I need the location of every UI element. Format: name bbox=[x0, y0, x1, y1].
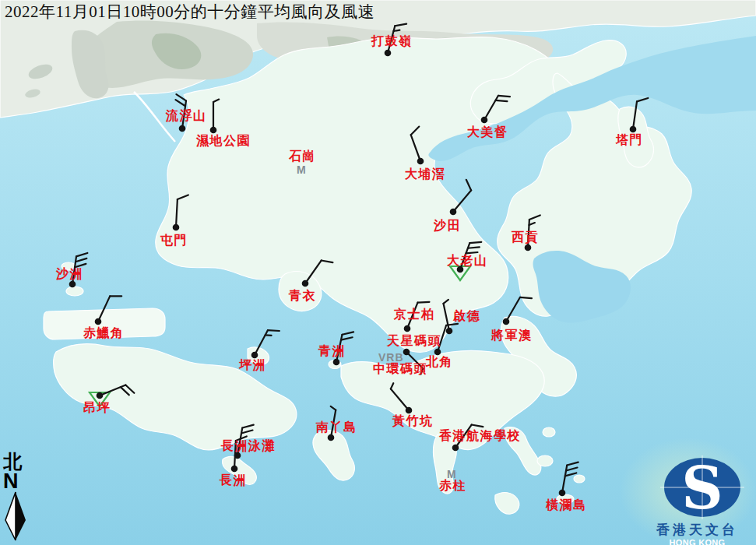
station-dot bbox=[559, 490, 566, 497]
station-label: 沙洲 bbox=[56, 268, 83, 280]
barb-feather bbox=[469, 242, 481, 243]
barb-feather bbox=[394, 30, 400, 31]
hko-logo-name-en: HONG KONG OBSERVATORY bbox=[638, 538, 756, 545]
station-label: 京士柏 bbox=[394, 308, 435, 321]
station-dot bbox=[333, 359, 340, 366]
station-label: 沙田 bbox=[434, 220, 461, 232]
station-label: 流浮山 bbox=[166, 110, 207, 122]
station-dot bbox=[406, 407, 413, 414]
barb-feather bbox=[468, 247, 480, 248]
station-dot bbox=[385, 50, 392, 57]
station-dot bbox=[446, 328, 453, 335]
station-dot bbox=[97, 392, 104, 399]
station-label: 昂坪 bbox=[83, 402, 111, 414]
station-label: 大老山 bbox=[447, 255, 488, 267]
station-dot bbox=[452, 445, 459, 452]
station-dot bbox=[630, 126, 637, 133]
barb-feather bbox=[520, 297, 532, 298]
station-label: 打鼓嶺 bbox=[371, 35, 413, 47]
station-dot bbox=[69, 281, 76, 288]
station-label: 赤柱 bbox=[439, 480, 466, 492]
wind-map: 2022年11月01日10時00分的十分鐘平均風向及風速 打鼓嶺流浮山濕地公園石… bbox=[0, 0, 756, 545]
station-dot bbox=[173, 224, 180, 231]
station-label: 黃竹坑 bbox=[392, 415, 434, 427]
islet bbox=[537, 455, 553, 466]
station-label: 石崗 bbox=[289, 150, 316, 163]
hko-logo-name-zh: 香港天文台 bbox=[638, 522, 756, 538]
compass: 北 N bbox=[3, 452, 30, 544]
station-label: 中環碼頭 bbox=[373, 363, 427, 375]
station-label: 長洲 bbox=[220, 474, 247, 487]
variable-wind-marker: VRB bbox=[378, 352, 404, 363]
station-label: 橫瀾島 bbox=[546, 499, 587, 512]
hko-logo-icon: S bbox=[638, 451, 756, 519]
station-dot bbox=[231, 466, 238, 473]
station-label: 赤鱲角 bbox=[83, 327, 125, 339]
north-arrow-icon bbox=[4, 491, 27, 541]
station-label: 坪洲 bbox=[239, 359, 266, 371]
barb-feather bbox=[498, 96, 510, 97]
station-label: 香港航海學校 bbox=[439, 430, 521, 442]
missing-data-marker: M bbox=[447, 469, 457, 480]
station-dot bbox=[404, 325, 411, 332]
islet bbox=[543, 427, 555, 437]
barb-feather bbox=[417, 302, 429, 303]
station-dot bbox=[179, 125, 186, 132]
svg-text:S: S bbox=[681, 455, 723, 519]
barb-feather bbox=[496, 100, 508, 101]
station-label: 天星碼頭 bbox=[387, 335, 441, 347]
station-label: 長洲泳灘 bbox=[221, 440, 276, 452]
barb-feather bbox=[268, 330, 280, 331]
station-dot bbox=[95, 318, 102, 325]
station-dot bbox=[328, 434, 335, 441]
compass-north-en: N bbox=[3, 472, 30, 490]
station-label: 塔門 bbox=[616, 134, 643, 146]
station-label: 屯門 bbox=[160, 234, 188, 247]
station-label: 青衣 bbox=[289, 290, 316, 302]
station-dot bbox=[417, 158, 424, 165]
islet-sha-chau bbox=[66, 287, 83, 296]
missing-data-marker: M bbox=[297, 164, 307, 175]
station-label: 濕地公園 bbox=[196, 135, 251, 147]
station-dot bbox=[503, 318, 510, 325]
station-label: 啟德 bbox=[453, 310, 480, 322]
hko-logo: S 香港天文台 HONG KONG OBSERVATORY bbox=[638, 451, 756, 545]
station-dot bbox=[302, 280, 309, 287]
station-dot bbox=[525, 244, 532, 251]
station-dot bbox=[434, 349, 441, 356]
map-title: 2022年11月01日10時00分的十分鐘平均風向及風速 bbox=[5, 1, 374, 23]
islet bbox=[574, 475, 585, 483]
station-label: 北角 bbox=[426, 356, 453, 368]
station-dot bbox=[251, 352, 258, 359]
station-dot bbox=[210, 127, 217, 134]
station-label: 大美督 bbox=[467, 126, 508, 139]
station-label: 大埔滘 bbox=[405, 168, 446, 181]
station-label: 將軍澳 bbox=[491, 329, 533, 342]
station-dot bbox=[403, 349, 410, 356]
station-dot bbox=[481, 117, 488, 124]
station-label: 南丫島 bbox=[316, 421, 357, 434]
station-label: 西貢 bbox=[512, 231, 539, 244]
station-label: 青洲 bbox=[318, 345, 346, 357]
station-dot bbox=[450, 209, 457, 216]
